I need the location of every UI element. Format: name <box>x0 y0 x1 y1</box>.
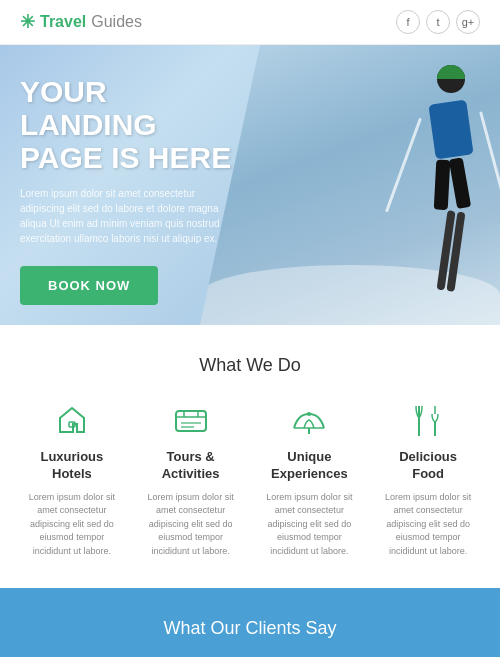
experiences-desc: Lorem ipsum dolor sit amet consectetur a… <box>258 491 362 559</box>
testimonial-title: What Our Clients Say <box>40 618 460 639</box>
experiences-icon <box>290 401 328 441</box>
food-name: DeliciousFood <box>399 449 457 483</box>
book-now-button[interactable]: BOOK NOW <box>20 266 158 305</box>
skier-figure <box>432 65 470 291</box>
tours-desc: Lorem ipsum dolor sit amet consectetur a… <box>139 491 243 559</box>
hero-subtitle: Lorem ipsum dolor sit amet consectetur a… <box>20 186 240 246</box>
facebook-icon[interactable]: f <box>396 10 420 34</box>
logo: ✳ TravelGuides <box>20 11 142 33</box>
food-desc: Lorem ipsum dolor sit amet consectetur a… <box>376 491 480 559</box>
testimonial-section: What Our Clients Say "Lorem ipsum dolor … <box>0 588 500 657</box>
feature-hotels: LuxuriousHotels Lorem ipsum dolor sit am… <box>20 401 124 558</box>
experiences-name: UniqueExperiences <box>271 449 348 483</box>
svg-point-9 <box>307 412 311 416</box>
features-grid: LuxuriousHotels Lorem ipsum dolor sit am… <box>20 401 480 558</box>
feature-tours: Tours &Activities Lorem ipsum dolor sit … <box>139 401 243 558</box>
svg-rect-1 <box>176 411 206 431</box>
tours-name: Tours &Activities <box>162 449 220 483</box>
logo-icon: ✳ <box>20 11 35 33</box>
feature-food: DeliciousFood Lorem ipsum dolor sit amet… <box>376 401 480 558</box>
logo-travel-text: Travel <box>40 13 86 31</box>
hero-background <box>200 45 500 325</box>
hero-section: YOUR LANDINGPAGE IS HERE Lorem ipsum dol… <box>0 45 500 325</box>
hero-title: YOUR LANDINGPAGE IS HERE <box>20 75 240 174</box>
what-we-do-section: What We Do LuxuriousHotels Lorem ipsum d… <box>0 325 500 588</box>
hero-content: YOUR LANDINGPAGE IS HERE Lorem ipsum dol… <box>20 75 240 305</box>
tours-icon <box>174 401 208 441</box>
logo-guides-text: Guides <box>91 13 142 31</box>
twitter-icon[interactable]: t <box>426 10 450 34</box>
hotels-icon <box>55 401 89 441</box>
social-icons-group: f t g+ <box>396 10 480 34</box>
feature-experiences: UniqueExperiences Lorem ipsum dolor sit … <box>258 401 362 558</box>
header: ✳ TravelGuides f t g+ <box>0 0 500 45</box>
googleplus-icon[interactable]: g+ <box>456 10 480 34</box>
hotels-desc: Lorem ipsum dolor sit amet consectetur a… <box>20 491 124 559</box>
hotels-name: LuxuriousHotels <box>40 449 103 483</box>
food-icon <box>413 401 443 441</box>
what-we-do-title: What We Do <box>20 355 480 376</box>
